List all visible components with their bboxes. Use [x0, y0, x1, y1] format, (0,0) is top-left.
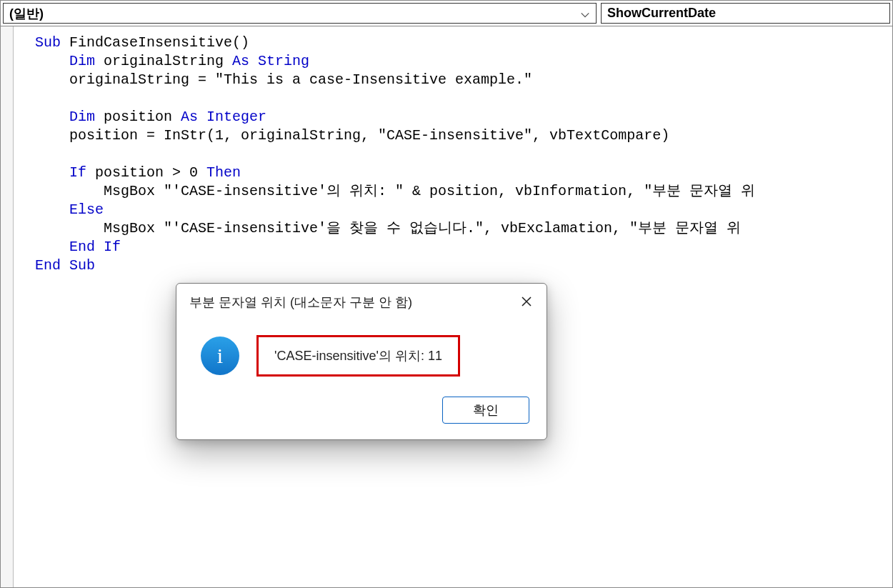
code-keyword: Then — [206, 164, 241, 181]
code-keyword: Dim — [69, 109, 95, 125]
code-text: originalString = "This is a case-Insensi… — [35, 71, 532, 88]
code-keyword: As Integer — [181, 109, 266, 125]
object-dropdown[interactable]: (일반) — [3, 3, 597, 24]
code-text: MsgBox "'CASE-insensitive'을 찾을 수 없습니다.",… — [35, 220, 741, 236]
chevron-down-icon — [580, 9, 590, 19]
code-text — [35, 239, 69, 255]
code-keyword: Else — [69, 201, 104, 218]
close-icon — [522, 295, 532, 310]
code-text: MsgBox "'CASE-insensitive'의 위치: " & posi… — [35, 183, 755, 199]
code-text: position > 0 — [86, 164, 206, 181]
vba-editor-window: (일반) ShowCurrentDate Sub FindCaseInsensi… — [0, 0, 893, 588]
dialog-title-text: 부분 문자열 위치 (대소문자 구분 안 함) — [189, 294, 412, 311]
code-keyword: Sub — [35, 34, 61, 51]
code-text: FindCaseInsensitive() — [61, 34, 249, 51]
code-text — [35, 164, 69, 181]
dialog-body: i 'CASE-insensitive'의 위치: 11 — [176, 319, 547, 397]
code-keyword: Dim — [69, 53, 95, 69]
code-text — [35, 109, 69, 125]
message-box-dialog: 부분 문자열 위치 (대소문자 구분 안 함) i 'CASE-insensit… — [176, 283, 547, 440]
code-keyword: As String — [232, 53, 309, 69]
ok-button[interactable]: 확인 — [442, 397, 529, 424]
code-text — [35, 53, 69, 69]
code-keyword: If — [69, 164, 86, 181]
editor-dropdown-bar: (일반) ShowCurrentDate — [1, 1, 892, 26]
close-button[interactable] — [517, 292, 537, 312]
code-text: position — [95, 109, 181, 125]
code-text: position = InStr(1, originalString, "CAS… — [35, 127, 669, 144]
code-keyword: End If — [69, 239, 121, 255]
dialog-footer: 확인 — [176, 397, 547, 439]
code-keyword: End Sub — [35, 257, 95, 274]
dialog-message-highlight: 'CASE-insensitive'의 위치: 11 — [256, 335, 460, 377]
code-text: originalString — [95, 53, 232, 69]
object-dropdown-label: (일반) — [9, 5, 44, 22]
dialog-titlebar: 부분 문자열 위치 (대소문자 구분 안 함) — [176, 284, 547, 319]
procedure-dropdown[interactable]: ShowCurrentDate — [601, 3, 890, 24]
info-glyph: i — [217, 344, 223, 368]
info-icon: i — [201, 337, 239, 375]
margin-gutter — [1, 26, 14, 587]
dialog-message-text: 'CASE-insensitive'의 위치: 11 — [274, 349, 442, 363]
procedure-dropdown-label: ShowCurrentDate — [607, 6, 716, 21]
code-text — [35, 201, 69, 218]
